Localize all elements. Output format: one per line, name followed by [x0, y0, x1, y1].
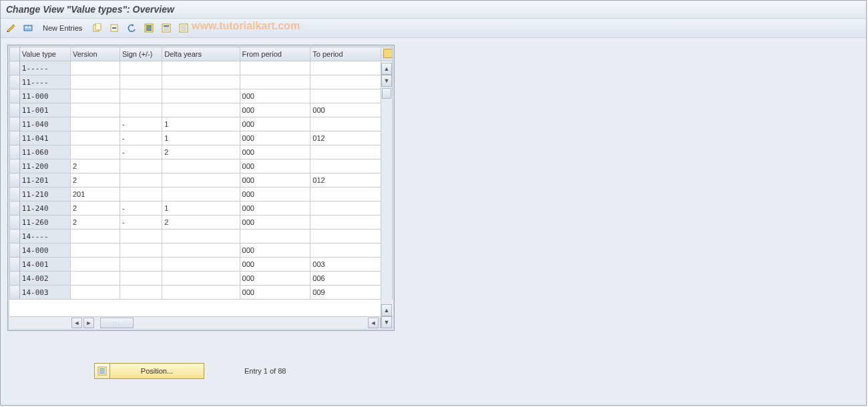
- table-row[interactable]: 14-001000003: [10, 258, 393, 272]
- vertical-scrollbar[interactable]: ▲ ▼ ▲ ▼: [381, 63, 392, 328]
- cell-version[interactable]: [70, 89, 120, 103]
- cell-version[interactable]: 201: [70, 187, 120, 201]
- cell-sign[interactable]: [120, 89, 162, 103]
- cell-from[interactable]: 000: [240, 89, 310, 103]
- cell-delta[interactable]: [162, 187, 240, 201]
- cell-sign[interactable]: -: [120, 216, 162, 230]
- cell-to[interactable]: [310, 230, 381, 244]
- cell-sign[interactable]: -: [120, 201, 162, 216]
- cell-sign[interactable]: [120, 173, 162, 187]
- cell-to[interactable]: [310, 89, 381, 103]
- table-row[interactable]: 14----: [10, 230, 393, 244]
- cell-version[interactable]: [70, 103, 120, 117]
- col-header-config[interactable]: [381, 47, 393, 61]
- deselect-all-icon[interactable]: [176, 21, 191, 35]
- cell-to[interactable]: [310, 201, 381, 216]
- cell-from[interactable]: 000: [240, 272, 310, 286]
- cell-sign[interactable]: -: [120, 117, 162, 131]
- col-header-to[interactable]: To period: [310, 47, 381, 61]
- cell-to[interactable]: 012: [310, 131, 381, 145]
- position-icon[interactable]: [94, 363, 110, 379]
- cell-version[interactable]: [70, 61, 120, 75]
- cell-value-type[interactable]: 14-001: [19, 258, 70, 272]
- table-row[interactable]: 11-2012000012: [10, 173, 393, 187]
- cell-delta[interactable]: 2: [162, 216, 240, 230]
- table-row[interactable]: 11-001000000: [10, 103, 393, 117]
- cell-value-type[interactable]: 14-002: [19, 272, 70, 286]
- table-row[interactable]: 11-2402-1000: [10, 201, 393, 216]
- hscroll-left-icon[interactable]: ◄: [71, 318, 82, 328]
- cell-value-type[interactable]: 11-060: [19, 145, 70, 159]
- cell-version[interactable]: 2: [70, 159, 120, 173]
- cell-to[interactable]: 000: [310, 103, 381, 117]
- cell-version[interactable]: [70, 258, 120, 272]
- cell-to[interactable]: [310, 61, 381, 75]
- cell-to[interactable]: [310, 145, 381, 159]
- cell-sign[interactable]: -: [120, 131, 162, 145]
- cell-to[interactable]: [310, 159, 381, 173]
- cell-from[interactable]: 000: [240, 145, 310, 159]
- cell-delta[interactable]: 1: [162, 117, 240, 131]
- cell-from[interactable]: [240, 75, 310, 89]
- new-entries-button[interactable]: New Entries: [38, 21, 87, 35]
- cell-delta[interactable]: [162, 61, 240, 75]
- row-selector[interactable]: [10, 159, 20, 173]
- scroll-up-step-icon[interactable]: ▲: [381, 304, 392, 316]
- scroll-track[interactable]: [381, 87, 392, 304]
- cell-sign[interactable]: [120, 187, 162, 201]
- cell-from[interactable]: [240, 61, 310, 75]
- cell-version[interactable]: 2: [70, 201, 120, 216]
- cell-version[interactable]: 2: [70, 216, 120, 230]
- cell-to[interactable]: [310, 216, 381, 230]
- cell-version[interactable]: [70, 131, 120, 145]
- hscroll-right-step-icon[interactable]: ►: [83, 318, 94, 328]
- table-row[interactable]: 11----: [10, 75, 393, 89]
- col-header-value-type[interactable]: Value type: [19, 47, 70, 61]
- row-selector[interactable]: [10, 75, 20, 89]
- cell-version[interactable]: [70, 145, 120, 159]
- cell-sign[interactable]: [120, 244, 162, 258]
- copy-as-icon[interactable]: [89, 21, 104, 35]
- delete-icon[interactable]: [107, 21, 122, 35]
- row-selector[interactable]: [10, 244, 20, 258]
- row-selector[interactable]: [10, 61, 20, 75]
- cell-from[interactable]: 000: [240, 201, 310, 216]
- cell-delta[interactable]: 2: [162, 145, 240, 159]
- cell-value-type[interactable]: 11-001: [19, 103, 70, 117]
- hscroll-thumb[interactable]: :::: [100, 318, 134, 328]
- cell-to[interactable]: [310, 187, 381, 201]
- cell-from[interactable]: [240, 230, 310, 244]
- row-selector[interactable]: [10, 272, 20, 286]
- cell-sign[interactable]: [120, 258, 162, 272]
- row-selector[interactable]: [10, 89, 20, 103]
- scroll-down-icon[interactable]: ▼: [381, 316, 392, 328]
- table-settings-icon[interactable]: [383, 49, 392, 58]
- other-view-icon[interactable]: [21, 21, 35, 35]
- toggle-change-icon[interactable]: [3, 21, 18, 35]
- cell-version[interactable]: [70, 117, 120, 131]
- table-row[interactable]: 14-002000006: [10, 272, 393, 286]
- col-header-version[interactable]: Version: [70, 47, 120, 61]
- row-selector[interactable]: [10, 173, 20, 187]
- cell-delta[interactable]: [162, 258, 240, 272]
- cell-version[interactable]: [70, 272, 120, 286]
- cell-from[interactable]: 000: [240, 244, 310, 258]
- table-row[interactable]: 11-040-1000: [10, 117, 393, 131]
- scroll-thumb[interactable]: [382, 88, 391, 99]
- table-row[interactable]: 11-210201000: [10, 187, 393, 201]
- cell-value-type[interactable]: 11-201: [19, 173, 70, 187]
- col-header-sign[interactable]: Sign (+/-): [120, 47, 162, 61]
- cell-value-type[interactable]: 11-260: [19, 216, 70, 230]
- cell-value-type[interactable]: 11-041: [19, 131, 70, 145]
- table-row[interactable]: 14-003000009: [10, 286, 393, 300]
- cell-value-type[interactable]: 14-003: [19, 286, 70, 300]
- row-selector[interactable]: [10, 145, 20, 159]
- cell-delta[interactable]: [162, 89, 240, 103]
- position-button[interactable]: Position...: [110, 363, 204, 379]
- row-selector[interactable]: [10, 117, 20, 131]
- cell-value-type[interactable]: 11-040: [19, 117, 70, 131]
- cell-from[interactable]: 000: [240, 117, 310, 131]
- cell-value-type[interactable]: 11-200: [19, 159, 70, 173]
- cell-version[interactable]: 2: [70, 173, 120, 187]
- row-selector[interactable]: [10, 230, 20, 244]
